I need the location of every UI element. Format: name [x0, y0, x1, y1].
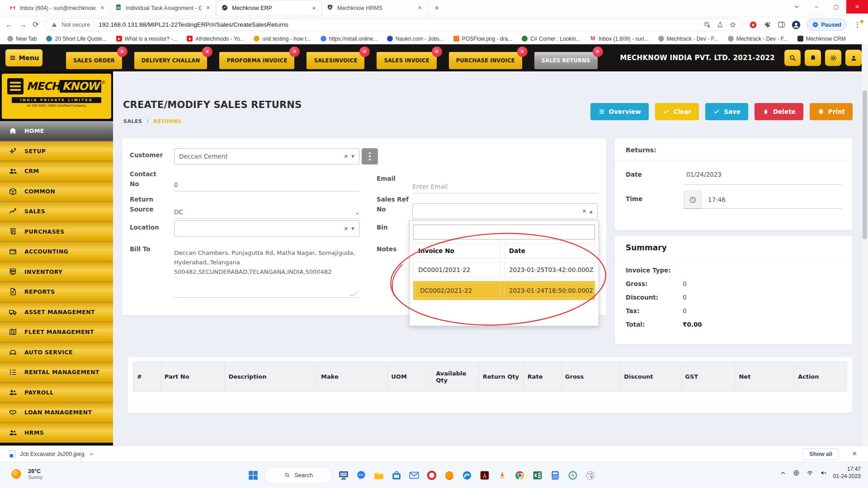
sidebar-item-fleet-management[interactable]: FLEET MANAGEMENT — [0, 322, 113, 343]
bookmark-mechtrack-dev-f[interactable]: Mechtrack - Dev - F... — [728, 36, 788, 42]
volume-icon[interactable] — [820, 469, 827, 477]
bookmark-posflow-png-dra[interactable]: POSFlow.png - dra... — [453, 36, 512, 42]
taskbar-app-opera[interactable] — [425, 469, 439, 482]
sidebar-item-payroll[interactable]: PAYROLL — [0, 383, 113, 403]
textarea-resize-handle[interactable] — [349, 291, 359, 296]
workspace-tab-sales-order[interactable]: SALES ORDER✕ — [66, 52, 122, 69]
workspace-tab-proforma-invoice[interactable]: PROFORMA INVOICE✕ — [219, 52, 294, 69]
clear-button[interactable]: Clear — [655, 103, 699, 120]
sidebar-item-home[interactable]: HOME — [0, 121, 113, 141]
tray-chevron-up-icon[interactable] — [779, 469, 787, 477]
workspace-tab-sales-returns[interactable]: SALES RETURNS✕ — [534, 52, 598, 69]
tab-search-chevron-icon[interactable] — [787, 0, 807, 14]
scrollbar-thumb[interactable] — [863, 90, 867, 239]
clear-selection-icon[interactable]: ✕ — [582, 208, 586, 214]
browser-tab-mechknow-erp[interactable]: Mechknow ERP✕ — [216, 0, 322, 16]
bookmark-new-tab[interactable]: New Tab — [7, 36, 37, 42]
bookmark-what-is-a-resistor[interactable]: What is a resistor? -... — [116, 36, 178, 42]
download-item[interactable]: Jcb Excavator Js200.jpeg — [5, 448, 98, 460]
show-all-downloads-button[interactable]: Show all — [802, 448, 839, 460]
workspace-tab-purchase-invoice[interactable]: PURCHASE INVOICE✕ — [449, 52, 522, 69]
taskbar-clock[interactable]: 17:47 01-24-2023 — [833, 466, 861, 480]
forward-button[interactable]: → — [19, 20, 27, 29]
sidebar-item-rental-management[interactable]: RENTAL MANAGEMENT — [0, 362, 113, 383]
tab-close-icon[interactable]: ✕ — [311, 5, 317, 12]
email-input[interactable]: Enter Email — [412, 175, 598, 193]
taskbar-app-firefox[interactable] — [443, 469, 456, 482]
taskbar-app-chrome[interactable] — [513, 469, 527, 482]
browser-menu-icon[interactable]: ⋮ — [852, 21, 863, 29]
sidebar-item-asset-management[interactable]: ASSET MANAGEMENT — [0, 302, 113, 323]
side-panel-icon[interactable] — [777, 20, 786, 29]
close-tab-icon[interactable]: ✕ — [432, 47, 442, 57]
bookmark-mechtrack-dev-f[interactable]: Mechtrack - Dev - F... — [658, 36, 718, 42]
browser-tab-inbox-604-suri-mechknowsof[interactable]: Inbox (604) - suri@mechknowsof✕ — [5, 0, 110, 16]
sidebar-item-setup[interactable]: SETUP — [0, 141, 113, 162]
bookmark-naukri-com-jobs[interactable]: Naukri.com - Jobs... — [387, 36, 444, 42]
customer-options-button[interactable] — [362, 148, 378, 164]
sync-paused-button[interactable]: Paused — [807, 19, 847, 31]
browser-tab-individual-task-assignment-goo[interactable]: Individual Task Assignment - Goo✕ — [110, 0, 216, 16]
taskbar-search[interactable]: Search — [264, 467, 332, 483]
taskbar-app-edge[interactable] — [460, 469, 474, 482]
header-gear-button[interactable] — [825, 50, 841, 66]
sidebar-item-inventory[interactable]: INVENTORY — [0, 262, 113, 282]
bookmark-c-corner-lookin[interactable]: C# Corner : Lookin... — [522, 36, 580, 42]
page-scrollbar[interactable] — [862, 44, 868, 446]
invoice-option[interactable]: DC0001/2021-22 — [413, 262, 500, 277]
taskbar-app-calculator[interactable] — [548, 469, 562, 482]
close-download-bar-icon[interactable]: ✕ — [852, 450, 857, 457]
sales-ref-no-select[interactable]: ✕▲ — [412, 203, 598, 219]
sidebar-item-sales[interactable]: SALES — [0, 202, 113, 222]
bookmark-unit-testing-how-t[interactable]: unit testing - how t... — [254, 36, 311, 42]
taskbar-app-excel[interactable] — [531, 469, 544, 482]
close-tab-icon[interactable]: ✕ — [359, 47, 370, 57]
extensions-puzzle-icon[interactable] — [763, 20, 772, 29]
bookmark-afrotechmods-yo[interactable]: Afrotechmods - Yo... — [187, 36, 244, 42]
close-tab-icon[interactable]: ✕ — [117, 47, 127, 57]
sidebar-item-purchases[interactable]: PURCHASES — [0, 222, 113, 242]
maximize-button[interactable]: ▢ — [826, 0, 846, 14]
contact-no-input[interactable]: 0 — [174, 174, 359, 192]
bill-to-textarea[interactable]: Deccan Chambers, Punjagutta Rd, Matha Na… — [174, 249, 359, 277]
wifi-icon[interactable] — [806, 469, 814, 477]
sidebar-item-auto-service[interactable]: AUTO SERVICE — [0, 343, 113, 363]
bookmark-mechknow-crm[interactable]: Mechknow CRM — [797, 36, 846, 42]
sidebar-item-loan-management[interactable]: LOAN MANAGEMENT — [0, 403, 113, 423]
tab-close-icon[interactable]: ✕ — [99, 4, 105, 12]
menu-button[interactable]: Menu — [5, 49, 42, 66]
clear-selection-icon[interactable]: ✕ — [344, 226, 348, 232]
browser-tab-mechknow-hrms[interactable]: Mechknow HRMS✕ — [322, 0, 428, 16]
return-source-select[interactable]: DC ⌄ — [174, 199, 359, 219]
customer-select[interactable]: Deccan Cement ✕▼ — [174, 148, 359, 164]
taskbar-app-chat[interactable] — [354, 469, 368, 482]
share-icon[interactable] — [717, 21, 724, 28]
workspace-tab-salesinvoice[interactable]: SALESINVOICE✕ — [307, 52, 364, 69]
sidebar-item-crm[interactable]: CRM — [0, 161, 113, 182]
print-button[interactable]: Print — [810, 103, 853, 120]
sidebar-item-hrms[interactable]: HRMS — [0, 423, 113, 443]
date-input[interactable]: 01/24/2023 — [686, 171, 722, 178]
translate-icon[interactable] — [704, 21, 711, 28]
adblock-extension-icon[interactable] — [749, 20, 758, 29]
header-user-button[interactable] — [845, 50, 862, 66]
bookmark-inbox-1-609-suri[interactable]: MInbox (1,609) - suri... — [590, 36, 649, 42]
taskbar-app-paint[interactable] — [584, 469, 597, 482]
save-button[interactable]: Save — [705, 103, 748, 120]
bookmark-https-retail-online[interactable]: https://retail.online... — [321, 36, 377, 42]
bookmark-20-short-life-quote[interactable]: 20 Short Life Quote... — [46, 36, 106, 42]
invoice-option[interactable]: 2023-01-25T03:42:00.000Z — [504, 262, 595, 277]
taskbar-app-desktop[interactable] — [337, 469, 350, 482]
weather-widget[interactable]: 26°CSunny — [9, 467, 43, 481]
close-tab-icon[interactable]: ✕ — [289, 47, 300, 57]
overview-button[interactable]: Overview — [590, 103, 649, 120]
workspace-tab-delivery-challan[interactable]: DELIVERY CHALLAN✕ — [134, 52, 208, 69]
back-button[interactable]: ← — [5, 20, 13, 29]
taskbar-app-folder[interactable] — [372, 469, 386, 482]
close-tab-icon[interactable]: ✕ — [517, 47, 528, 57]
taskbar-app-store[interactable] — [390, 469, 403, 482]
clear-selection-icon[interactable]: ✕ — [344, 154, 348, 160]
taskbar-app-media[interactable] — [495, 469, 509, 482]
chevron-up-icon[interactable] — [89, 451, 94, 457]
windows-start-button[interactable] — [246, 469, 260, 482]
